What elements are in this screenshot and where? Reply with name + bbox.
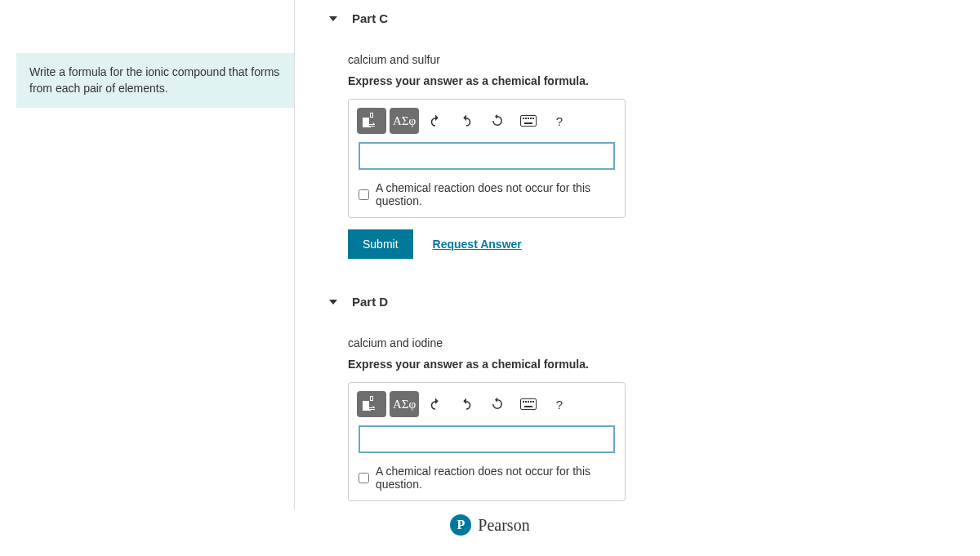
undo-icon[interactable]	[421, 391, 450, 417]
template-icon[interactable]: ⇌	[357, 391, 386, 417]
part-c-no-reaction-checkbox[interactable]	[359, 189, 369, 200]
part-d-body: calcium and iodine Express your answer a…	[319, 320, 964, 509]
svg-rect-3	[528, 118, 529, 119]
svg-rect-7	[521, 399, 537, 410]
svg-rect-2	[525, 118, 527, 119]
footer: Copyright © 2023 Pearson Education Inc. …	[0, 550, 980, 556]
part-d-formula-input[interactable]	[359, 425, 615, 453]
part-c-no-reaction-row[interactable]: A chemical reaction does not occur for t…	[352, 176, 621, 214]
svg-rect-5	[532, 118, 534, 119]
caret-down-icon	[329, 300, 337, 305]
svg-rect-13	[524, 406, 532, 407]
help-icon[interactable]: ?	[545, 108, 574, 134]
svg-rect-12	[532, 401, 534, 403]
part-c-formula-input[interactable]	[359, 142, 615, 170]
part-d-no-reaction-label: A chemical reaction does not occur for t…	[376, 465, 615, 491]
help-icon[interactable]: ?	[545, 391, 574, 417]
template-icon[interactable]: ⇌	[357, 108, 386, 134]
reset-icon[interactable]	[483, 391, 512, 417]
undo-icon[interactable]	[421, 108, 450, 134]
part-c-body: calcium and sulfur Express your answer a…	[319, 37, 964, 267]
greek-symbols-button[interactable]: ΑΣφ	[390, 108, 419, 134]
part-d-title: Part D	[352, 295, 388, 309]
reset-icon[interactable]	[483, 108, 512, 134]
svg-rect-10	[528, 401, 529, 403]
part-d-header[interactable]: Part D	[319, 283, 964, 320]
question-instruction: Write a formula for the ionic compound t…	[16, 53, 294, 108]
keyboard-icon[interactable]	[514, 391, 543, 417]
part-c-answer-box: ⇌ ΑΣφ ?	[348, 99, 626, 218]
part-d-toolbar: ⇌ ΑΣφ	[352, 386, 621, 424]
svg-rect-4	[530, 118, 532, 119]
redo-icon[interactable]	[452, 108, 481, 134]
part-d-instr: Express your answer as a chemical formul…	[348, 358, 964, 371]
svg-rect-6	[524, 122, 532, 124]
part-c-title: Part C	[352, 11, 388, 25]
greek-symbols-button[interactable]: ΑΣφ	[390, 391, 419, 417]
request-answer-link[interactable]: Request Answer	[433, 238, 522, 251]
svg-rect-8	[523, 401, 524, 403]
redo-icon[interactable]	[452, 391, 481, 417]
part-c-prompt: calcium and sulfur	[348, 53, 964, 66]
submit-button[interactable]: Submit	[348, 229, 413, 259]
part-c-toolbar: ⇌ ΑΣφ ?	[352, 103, 621, 140]
caret-down-icon	[329, 16, 337, 21]
brand-text: Pearson	[478, 516, 529, 535]
keyboard-icon[interactable]	[514, 108, 543, 134]
part-c-header[interactable]: Part C	[319, 0, 964, 37]
part-c-instr: Express your answer as a chemical formul…	[348, 74, 964, 87]
svg-rect-0	[521, 116, 537, 127]
svg-rect-11	[530, 401, 532, 403]
brand-logo: P Pearson	[0, 514, 980, 536]
part-d-prompt: calcium and iodine	[348, 336, 964, 349]
part-d-answer-box: ⇌ ΑΣφ	[348, 382, 626, 501]
part-d-no-reaction-checkbox[interactable]	[359, 473, 369, 483]
svg-rect-9	[525, 401, 527, 403]
svg-rect-1	[523, 118, 524, 119]
pearson-p-icon: P	[450, 514, 471, 536]
part-c-no-reaction-label: A chemical reaction does not occur for t…	[376, 181, 615, 207]
part-d-no-reaction-row[interactable]: A chemical reaction does not occur for t…	[352, 460, 621, 497]
